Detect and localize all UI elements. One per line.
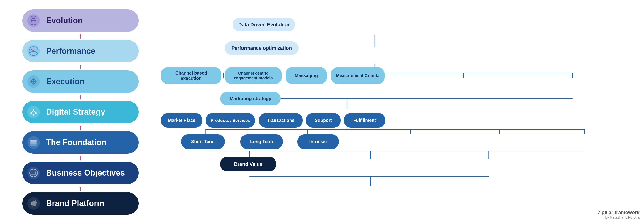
arrow-evolution: ↑ [79, 32, 82, 40]
node-perf-opt: Performance optimization [225, 41, 298, 55]
svg-point-7 [33, 50, 34, 52]
pillar-digital: Digital Strategy [22, 101, 139, 123]
node-channel-exec: Channel based execution [161, 67, 222, 84]
node-short-term: Short Term [181, 134, 225, 149]
dna-icon [24, 12, 42, 30]
svg-point-10 [32, 80, 35, 83]
svg-rect-23 [30, 142, 37, 144]
business-label: Business Objectives [46, 168, 134, 178]
gauge-icon [24, 42, 42, 60]
main-container: Evolution ↑ Performance ↑ [0, 0, 644, 224]
pillar-execution: Execution [22, 70, 139, 93]
pillar-evolution: Evolution [22, 10, 139, 32]
node-measurement: Measurement Criteria [331, 67, 384, 84]
watermark-title: 7 pillar framework [598, 210, 640, 215]
node-brand-value: Brand Value [220, 157, 276, 171]
arrow-foundation: ↑ [79, 154, 82, 162]
pillar-business: Business Objectives [22, 162, 139, 184]
watermark: 7 pillar framework by Natasha T. Pereira [598, 210, 640, 219]
node-fulfillment: Fulfillment [344, 113, 385, 128]
svg-rect-22 [30, 140, 37, 142]
brand-label: Brand Platform [46, 199, 134, 208]
evolution-label: Evolution [46, 16, 134, 25]
node-channel-centric: Channel centric engagement models [225, 67, 282, 84]
digital-label: Digital Strategy [46, 107, 134, 117]
globe-icon [24, 164, 42, 182]
node-marketplace: Market Place [161, 113, 202, 128]
network-icon [24, 103, 42, 121]
layers-icon [24, 134, 42, 151]
arrow-performance: ↑ [79, 62, 82, 70]
node-data-driven: Data Driven Evolution [232, 18, 295, 31]
svg-point-11 [27, 106, 40, 118]
svg-rect-24 [30, 144, 37, 146]
pillar-performance: Performance [22, 40, 139, 62]
arrow-business: ↑ [79, 184, 82, 192]
node-marketing: Marketing strategy [220, 92, 281, 105]
execution-label: Execution [46, 77, 134, 86]
node-products: Products / Services [206, 113, 255, 128]
watermark-subtitle: by Natasha T. Pereira [598, 215, 640, 219]
pillar-brand: Brand Platform [22, 192, 139, 214]
pillar-foundation: The Foundation [22, 131, 139, 154]
performance-label: Performance [46, 46, 134, 56]
node-transactions: Transactions [259, 113, 302, 128]
megaphone-icon [24, 194, 42, 212]
arrow-digital: ↑ [79, 123, 82, 131]
diagram-area: Data Driven Evolution Performance optimi… [161, 11, 626, 213]
node-support: Support [306, 113, 340, 128]
node-messaging: Messaging [286, 67, 327, 84]
pillar-stack: Evolution ↑ Performance ↑ [18, 10, 143, 214]
gear-icon [24, 73, 42, 90]
arrow-execution: ↑ [79, 93, 82, 101]
foundation-label: The Foundation [46, 138, 134, 147]
node-long-term: Long Term [240, 134, 283, 149]
node-intrinsic: Intrinsic [298, 134, 339, 149]
